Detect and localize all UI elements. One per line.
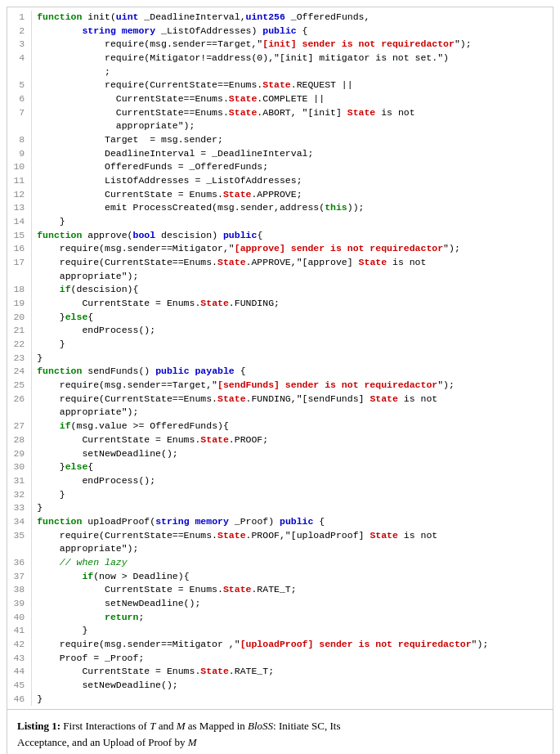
line-number: 43: [7, 652, 32, 666]
line-number: 2: [7, 25, 32, 38]
code-row: 17 require(CurrentState==Enums.State.APP…: [7, 256, 553, 270]
listing-container: 1function init(uint _DeadlineInterval,ui…: [7, 7, 553, 754]
code-row: 18 if(descision){: [7, 283, 553, 297]
code-row: 5 require(CurrentState==Enums.State.REQU…: [7, 79, 553, 92]
code-row: 7 CurrentState==Enums.State.ABORT, "[ini…: [7, 106, 553, 120]
code-content: ;: [32, 65, 553, 79]
code-row: 42 require(msg.sender==Mitigator ,"[uplo…: [7, 638, 553, 652]
code-row: 30 }else{: [7, 460, 553, 474]
line-number: 32: [7, 488, 32, 502]
line-number: 27: [7, 420, 32, 433]
line-number: [7, 270, 32, 284]
code-content: require(CurrentState==Enums.State.APPROV…: [32, 256, 553, 270]
code-content: }: [32, 352, 553, 366]
code-row: 8 Target = msg.sender;: [7, 133, 553, 147]
line-number: 25: [7, 379, 32, 393]
code-row: appropriate");: [7, 406, 553, 420]
caption-text: First Interactions of T and M as Mapped …: [63, 720, 340, 732]
code-content: require(Mitigator!=address(0),"[init] mi…: [32, 52, 553, 65]
code-content: appropriate");: [32, 406, 553, 420]
code-content: appropriate");: [32, 542, 553, 556]
code-content: function uploadProof(string memory _Proo…: [32, 515, 553, 529]
code-row: 38 CurrentState = Enums.State.RATE_T;: [7, 583, 553, 597]
code-row: 19 CurrentState = Enums.State.FUNDING;: [7, 297, 553, 311]
caption-text2: Acceptance, and an Upload of Proof by M: [17, 736, 197, 748]
code-row: 6 CurrentState==Enums.State.COMPLETE ||: [7, 92, 553, 106]
line-number: 9: [7, 147, 32, 161]
code-row: 1function init(uint _DeadlineInterval,ui…: [7, 11, 553, 25]
code-content: DeadlineInterval = _DeadlineInterval;: [32, 147, 553, 161]
code-row: 45 setNewDeadline();: [7, 679, 553, 693]
line-number: 41: [7, 624, 32, 638]
line-number: 34: [7, 515, 32, 529]
line-number: 11: [7, 174, 32, 188]
code-content: }: [32, 501, 553, 515]
caption: Listing 1: First Interactions of T and M…: [7, 710, 553, 754]
code-content: }: [32, 338, 553, 352]
line-number: 45: [7, 679, 32, 693]
line-number: 44: [7, 665, 32, 679]
code-row: 12 CurrentState = Enums.State.APPROVE;: [7, 188, 553, 202]
line-number: [7, 119, 32, 133]
code-row: 10 OfferedFunds = _OfferedFunds;: [7, 160, 553, 174]
line-number: 3: [7, 38, 32, 52]
code-row: 31 endProcess();: [7, 474, 553, 488]
code-content: return;: [32, 611, 553, 625]
code-content: }else{: [32, 460, 553, 474]
line-number: 6: [7, 92, 32, 106]
code-row: 23}: [7, 352, 553, 366]
line-number: 22: [7, 338, 32, 352]
code-content: // when lazy: [32, 556, 553, 570]
line-number: 28: [7, 433, 32, 447]
line-number: 29: [7, 447, 32, 461]
code-content: }: [32, 488, 553, 502]
line-number: 1: [7, 11, 32, 25]
line-number: 33: [7, 501, 32, 515]
line-number: 31: [7, 474, 32, 488]
code-content: CurrentState = Enums.State.FUNDING;: [32, 297, 553, 311]
code-content: if(descision){: [32, 283, 553, 297]
code-content: function init(uint _DeadlineInterval,uin…: [32, 11, 553, 25]
code-content: endProcess();: [32, 324, 553, 338]
code-content: appropriate");: [32, 119, 553, 133]
code-content: CurrentState = Enums.State.RATE_T;: [32, 665, 553, 679]
line-number: 4: [7, 52, 32, 65]
code-content: endProcess();: [32, 474, 553, 488]
listing-label: Listing 1:: [17, 720, 60, 732]
line-number: 15: [7, 229, 32, 243]
line-number: 16: [7, 242, 32, 256]
code-content: require(CurrentState==Enums.State.PROOF,…: [32, 529, 553, 543]
code-content: CurrentState==Enums.State.ABORT, "[init]…: [32, 106, 553, 120]
line-number: [7, 542, 32, 556]
code-content: setNewDeadline();: [32, 447, 553, 461]
code-content: CurrentState = Enums.State.APPROVE;: [32, 188, 553, 202]
code-content: require(msg.sender==Mitigator ,"[uploadP…: [32, 638, 553, 652]
line-number: 36: [7, 556, 32, 570]
code-content: }: [32, 215, 553, 229]
code-row: 29 setNewDeadline();: [7, 447, 553, 461]
code-row: 41 }: [7, 624, 553, 638]
line-number: 40: [7, 611, 32, 625]
code-content: require(msg.sender==Target,"[init] sende…: [32, 38, 553, 52]
code-row: 24function sendFunds() public payable {: [7, 365, 553, 379]
code-row: 35 require(CurrentState==Enums.State.PRO…: [7, 529, 553, 543]
line-number: [7, 65, 32, 79]
code-content: CurrentState = Enums.State.RATE_T;: [32, 583, 553, 597]
code-content: CurrentState==Enums.State.COMPLETE ||: [32, 92, 553, 106]
code-row: 43 Proof = _Proof;: [7, 652, 553, 666]
code-content: }: [32, 693, 553, 707]
code-content: }else{: [32, 311, 553, 325]
line-number: 10: [7, 160, 32, 174]
line-number: 37: [7, 570, 32, 584]
code-content: function sendFunds() public payable {: [32, 365, 553, 379]
line-number: 26: [7, 393, 32, 406]
code-content: require(CurrentState==Enums.State.REQUES…: [32, 79, 553, 92]
line-number: 39: [7, 597, 32, 611]
code-content: function approve(bool descision) public{: [32, 229, 553, 243]
line-number: 17: [7, 256, 32, 270]
code-row: 37 if(now > Deadline){: [7, 570, 553, 584]
code-row: ;: [7, 65, 553, 79]
line-number: 23: [7, 352, 32, 366]
code-row: 11 ListOfAddresses = _ListOfAddresses;: [7, 174, 553, 188]
code-area: 1function init(uint _DeadlineInterval,ui…: [7, 7, 553, 710]
